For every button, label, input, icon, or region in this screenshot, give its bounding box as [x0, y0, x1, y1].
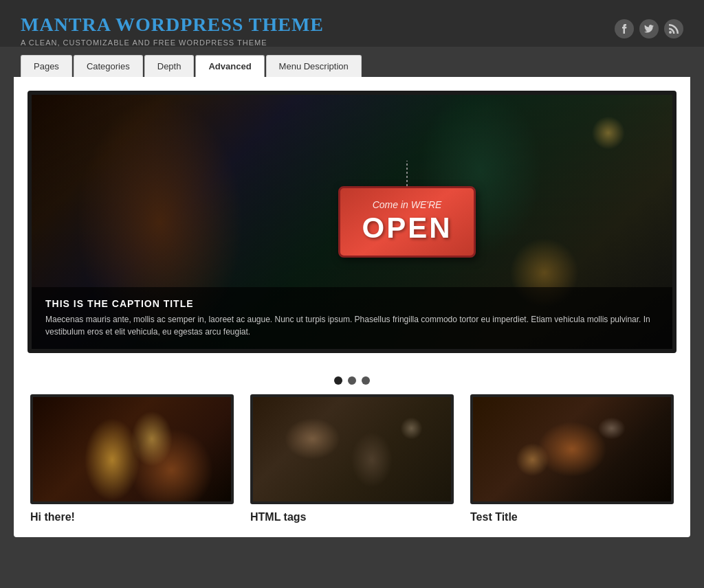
caption-text: Maecenas mauris ante, mollis ac semper i…: [45, 313, 659, 338]
tab-pages[interactable]: Pages: [21, 55, 72, 77]
site-tagline: A Clean, Customizable and Free WordPress…: [21, 38, 615, 47]
tab-depth[interactable]: Depth: [144, 55, 195, 77]
cards-grid: Hi there! HTML tags Test Title: [28, 394, 676, 523]
svg-point-0: [669, 31, 672, 34]
card-2: HTML tags: [250, 394, 454, 523]
tab-advanced[interactable]: Advanced: [195, 55, 264, 77]
card-3: Test Title: [470, 394, 674, 523]
slide-dot-3[interactable]: [362, 376, 370, 385]
main-content: Come in WE'RE OPEN This Is The Caption T…: [14, 77, 690, 537]
card-1-image: [30, 394, 234, 504]
facebook-icon[interactable]: [615, 19, 634, 38]
wine-image: [33, 397, 231, 501]
open-sign: Come in WE'RE OPEN: [338, 186, 476, 258]
nav-tabs: Pages Categories Depth Advanced Menu Des…: [0, 47, 704, 77]
site-header: Mantra WordPress Theme A Clean, Customiz…: [0, 0, 704, 47]
card-1: Hi there!: [30, 394, 234, 523]
card-3-title: Test Title: [470, 511, 674, 523]
header-branding: Mantra WordPress Theme A Clean, Customiz…: [21, 14, 615, 47]
cafe-image: [253, 397, 451, 501]
caption-title: This Is The Caption Title: [45, 298, 659, 309]
site-title: Mantra WordPress Theme: [21, 14, 615, 36]
coffee-image: [473, 397, 671, 501]
social-icons: [615, 14, 683, 38]
card-3-image: [470, 394, 674, 504]
sign-top-text: Come in WE'RE: [357, 199, 457, 210]
slide-image: Come in WE'RE OPEN This Is The Caption T…: [32, 95, 672, 349]
tab-categories[interactable]: Categories: [74, 55, 143, 77]
card-2-image: [250, 394, 454, 504]
card-2-title: HTML tags: [250, 511, 454, 523]
slide-dot-2[interactable]: [348, 376, 356, 385]
card-1-title: Hi there!: [30, 511, 234, 523]
slideshow: Come in WE'RE OPEN This Is The Caption T…: [28, 91, 676, 353]
sign-chain: [406, 161, 408, 188]
rss-icon[interactable]: [664, 19, 683, 38]
twitter-icon[interactable]: [639, 19, 659, 38]
tab-menu-description[interactable]: Menu Description: [266, 55, 362, 77]
sign-main-text: OPEN: [357, 212, 457, 245]
slide-caption: This Is The Caption Title Maecenas mauri…: [32, 287, 672, 349]
slide-dot-1[interactable]: [334, 376, 342, 385]
slide-dots: [28, 367, 676, 394]
